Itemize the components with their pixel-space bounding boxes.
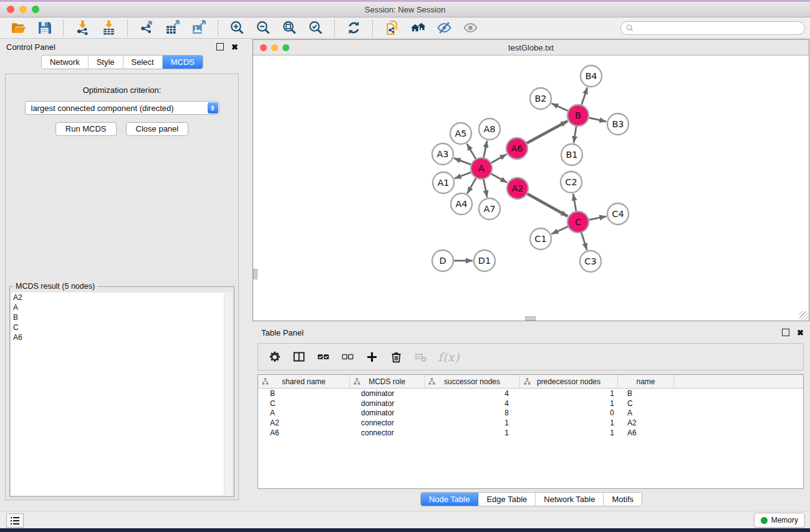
network-minimize-button[interactable]: [271, 44, 278, 51]
graph-node-B3[interactable]: B3: [607, 114, 629, 135]
result-item[interactable]: C: [11, 322, 233, 332]
float-panel-icon[interactable]: [216, 43, 224, 51]
graph-edge-A-A5[interactable]: [467, 143, 476, 159]
import-network-file-icon[interactable]: [72, 19, 92, 37]
result-item[interactable]: A6: [11, 332, 233, 342]
zoom-window-button[interactable]: [32, 6, 39, 13]
export-table-icon[interactable]: [163, 19, 183, 37]
new-network-from-file-icon[interactable]: [382, 19, 402, 37]
table-row[interactable]: Adominator80A: [258, 409, 803, 418]
graph-node-B2[interactable]: B2: [530, 88, 551, 109]
graph-edge-A2-C[interactable]: [527, 193, 568, 216]
graph-node-B4[interactable]: B4: [581, 65, 602, 87]
tab-edge-table[interactable]: Edge Table: [478, 493, 536, 506]
close-panel-icon[interactable]: ✖: [231, 43, 238, 51]
apply-layout-icon[interactable]: [344, 19, 364, 37]
hide-panel-icon[interactable]: [434, 19, 454, 37]
save-session-icon[interactable]: [34, 19, 54, 37]
table-float-panel-icon[interactable]: [782, 329, 789, 336]
canvas-scroll-nub-horizontal[interactable]: [525, 316, 536, 321]
graph-edge-A-A2[interactable]: [491, 173, 507, 183]
graph-edge-C-C2[interactable]: [573, 194, 576, 212]
network-canvas[interactable]: B4B2BB3B1A5A8A6A3AA1C2A2A4A7CC4C1C3DD1: [253, 56, 809, 321]
column-header-MCDS-role[interactable]: MCDS role: [350, 375, 425, 388]
table-row[interactable]: A6connector11A6: [258, 428, 803, 438]
mcds-result-list[interactable]: A2ABCA6: [11, 293, 233, 495]
result-scrollbar[interactable]: [224, 293, 233, 495]
network-zoom-button[interactable]: [282, 44, 289, 51]
memory-button[interactable]: Memory: [754, 513, 805, 528]
close-window-button[interactable]: [7, 6, 14, 13]
column-header-name[interactable]: name: [618, 375, 674, 388]
toggle-columns-icon[interactable]: [292, 350, 306, 364]
graph-edge-A-A6[interactable]: [491, 154, 507, 163]
zoom-out-icon[interactable]: [253, 19, 273, 37]
zoom-selected-icon[interactable]: [306, 19, 325, 37]
graph-node-A7[interactable]: A7: [479, 198, 500, 220]
delete-column-icon[interactable]: [389, 350, 403, 364]
show-panel-icon[interactable]: [460, 19, 480, 37]
close-panel-button[interactable]: Close panel: [126, 122, 189, 136]
criterion-dropdown[interactable]: largest connected component (directed): [25, 101, 219, 115]
graph-edge-A-A1[interactable]: [455, 172, 471, 178]
deselect-all-columns-icon[interactable]: [340, 350, 354, 364]
graph-node-C4[interactable]: C4: [607, 203, 629, 225]
tab-network-table[interactable]: Network Table: [536, 493, 604, 506]
search-field[interactable]: [620, 21, 805, 35]
table-close-panel-icon[interactable]: ✖: [797, 329, 804, 337]
graph-node-A[interactable]: A: [471, 158, 492, 179]
graph-edge-C-C4[interactable]: [589, 216, 607, 220]
graph-node-B1[interactable]: B1: [561, 144, 582, 165]
graph-node-A1[interactable]: A1: [433, 172, 454, 193]
column-header-predecessor-nodes[interactable]: predecessor nodes: [520, 375, 618, 388]
graph-node-A2[interactable]: A2: [507, 178, 528, 199]
table-row[interactable]: Cdominator41C: [258, 399, 803, 409]
result-item[interactable]: A2: [11, 293, 233, 302]
graph-edge-A6-B[interactable]: [526, 121, 567, 143]
graph-node-A4[interactable]: A4: [451, 193, 472, 215]
export-network-icon[interactable]: [137, 19, 157, 37]
graph-edge-A-A8[interactable]: [483, 141, 487, 158]
column-header-successor-nodes[interactable]: successor nodes: [425, 375, 520, 388]
graph-edge-B-B3[interactable]: [589, 118, 607, 122]
graph-edge-A-A4[interactable]: [467, 178, 476, 194]
minimize-window-button[interactable]: [19, 6, 27, 13]
graph-edge-A-A3[interactable]: [454, 158, 471, 165]
zoom-in-icon[interactable]: [227, 19, 247, 37]
graph-node-A3[interactable]: A3: [432, 143, 453, 165]
graph-node-C3[interactable]: C3: [580, 251, 601, 272]
result-item[interactable]: B: [11, 312, 233, 322]
tab-network[interactable]: Network: [42, 56, 89, 69]
window-resize-handle[interactable]: [799, 311, 808, 320]
graph-edge-A-A7[interactable]: [483, 179, 487, 198]
table-row[interactable]: Bdominator41B: [258, 389, 803, 399]
graph-edge-B-B1[interactable]: [574, 126, 576, 143]
network-close-button[interactable]: [260, 44, 267, 51]
tab-style[interactable]: Style: [89, 56, 123, 69]
select-all-columns-icon[interactable]: [316, 350, 330, 364]
graph-node-C[interactable]: C: [567, 211, 589, 233]
search-input[interactable]: [637, 23, 800, 33]
graph-node-A5[interactable]: A5: [450, 123, 471, 144]
graph-node-A8[interactable]: A8: [479, 118, 500, 140]
task-history-button[interactable]: [6, 513, 24, 528]
graph-node-A6[interactable]: A6: [506, 138, 528, 159]
home-icon[interactable]: [408, 19, 428, 37]
export-image-icon[interactable]: [189, 19, 209, 37]
run-mcds-button[interactable]: Run MCDS: [55, 122, 117, 136]
tab-motifs[interactable]: Motifs: [604, 493, 642, 506]
graph-node-D1[interactable]: D1: [474, 250, 495, 271]
tab-select[interactable]: Select: [123, 56, 163, 69]
graph-edge-C-C3[interactable]: [581, 232, 587, 250]
graph-edge-C-C1[interactable]: [551, 226, 568, 234]
result-item[interactable]: A: [11, 302, 233, 312]
tab-mcds[interactable]: MCDS: [163, 56, 203, 69]
add-column-icon[interactable]: [365, 350, 378, 364]
zoom-fit-icon[interactable]: [279, 19, 299, 37]
graph-node-C1[interactable]: C1: [530, 228, 551, 249]
tab-node-table[interactable]: Node Table: [421, 493, 479, 506]
graph-edge-B-B2[interactable]: [551, 104, 568, 111]
graph-node-D[interactable]: D: [432, 250, 453, 271]
graph-node-B[interactable]: B: [567, 105, 589, 126]
table-settings-icon[interactable]: [268, 350, 281, 364]
